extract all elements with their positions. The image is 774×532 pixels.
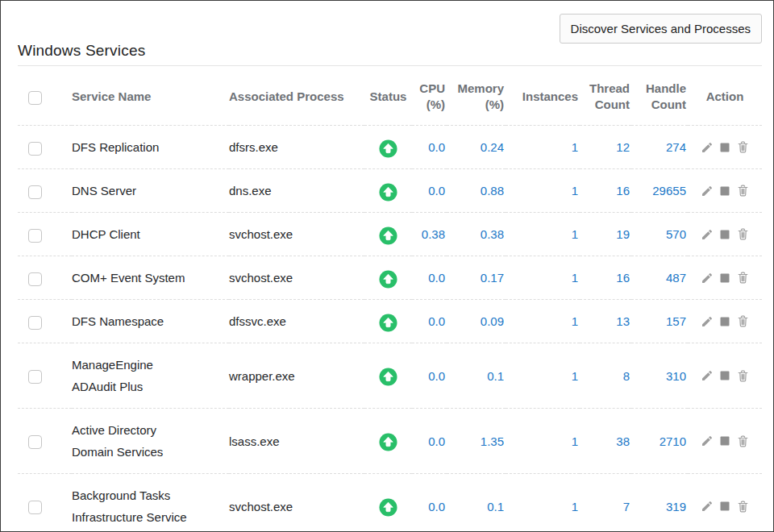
edit-pencil-icon[interactable]	[701, 500, 714, 513]
windows-services-page: Discover Services and Processes Windows …	[0, 0, 774, 532]
page-header: Discover Services and Processes Windows …	[18, 1, 762, 66]
table-row: DFS Namespace dfssvc.exe 0.0 0.09 1 13 1…	[18, 300, 762, 343]
page-title: Windows Services	[18, 42, 145, 60]
instances-value: 1	[506, 169, 580, 213]
col-header-action: Action	[688, 66, 762, 126]
row-checkbox[interactable]	[28, 316, 42, 330]
stop-square-icon[interactable]	[720, 501, 730, 511]
stop-square-icon[interactable]	[720, 371, 730, 380]
edit-pencil-icon[interactable]	[701, 185, 714, 197]
thread-count-value: 8	[580, 343, 631, 409]
table-row: DHCP Client svchost.exe 0.38 0.38 1 19 5…	[18, 213, 762, 256]
handle-count-value: 319	[631, 474, 688, 532]
cpu-value: 0.0	[412, 169, 447, 213]
associated-process: lsass.exe	[229, 409, 364, 474]
row-actions	[688, 314, 762, 328]
delete-trash-icon[interactable]	[736, 271, 750, 285]
delete-trash-icon[interactable]	[736, 369, 750, 383]
table-header: Service Name Associated Process Status C…	[18, 66, 762, 126]
associated-process: svchost.exe	[229, 474, 364, 532]
row-actions	[688, 271, 762, 285]
associated-process: dfssvc.exe	[229, 300, 364, 343]
instances-value: 1	[506, 126, 580, 169]
handle-count-value: 570	[631, 213, 688, 256]
row-actions	[688, 369, 762, 383]
instances-value: 1	[506, 343, 580, 409]
col-header-instances: Instances	[506, 66, 580, 126]
row-checkbox[interactable]	[28, 272, 42, 286]
col-header-associated-process: Associated Process	[229, 66, 364, 126]
row-checkbox[interactable]	[28, 370, 42, 384]
delete-trash-icon[interactable]	[736, 140, 750, 154]
edit-pencil-icon[interactable]	[701, 369, 714, 382]
memory-value: 0.17	[447, 256, 506, 300]
memory-value: 0.24	[447, 126, 506, 169]
edit-pencil-icon[interactable]	[701, 141, 714, 154]
thread-count-value: 16	[580, 256, 631, 300]
memory-value: 0.38	[447, 213, 506, 256]
instances-value: 1	[506, 213, 580, 256]
status-running-icon	[379, 433, 397, 451]
cpu-value: 0.0	[412, 409, 447, 474]
cpu-value: 0.0	[412, 474, 447, 532]
delete-trash-icon[interactable]	[736, 227, 750, 241]
service-name: DNS Server	[72, 169, 229, 213]
row-actions	[688, 140, 762, 154]
service-name: Background Tasks Infrastructure Service	[72, 474, 229, 532]
memory-value: 0.88	[447, 169, 506, 213]
thread-count-value: 16	[580, 169, 631, 213]
status-running-icon	[379, 314, 397, 332]
associated-process: dns.exe	[229, 169, 364, 213]
table-row: DFS Replication dfsrs.exe 0.0 0.24 1 12 …	[18, 126, 762, 169]
stop-square-icon[interactable]	[720, 230, 730, 239]
associated-process: svchost.exe	[229, 256, 364, 300]
edit-pencil-icon[interactable]	[701, 315, 714, 328]
thread-count-value: 12	[580, 126, 631, 169]
row-checkbox[interactable]	[28, 501, 42, 514]
cpu-value: 0.38	[412, 213, 447, 256]
status-running-icon	[379, 498, 397, 517]
handle-count-value: 487	[631, 256, 688, 300]
col-header-memory: Memory (%)	[447, 66, 506, 126]
associated-process: dfsrs.exe	[229, 126, 364, 169]
row-checkbox[interactable]	[28, 185, 42, 199]
associated-process: wrapper.exe	[229, 343, 364, 409]
row-checkbox[interactable]	[28, 435, 42, 449]
col-header-handle-count: Handle Count	[631, 66, 688, 126]
discover-services-button[interactable]: Discover Services and Processes	[560, 14, 762, 44]
delete-trash-icon[interactable]	[736, 434, 750, 448]
status-running-icon	[379, 270, 397, 289]
table-row: COM+ Event System svchost.exe 0.0 0.17 1…	[18, 256, 762, 300]
stop-square-icon[interactable]	[720, 317, 730, 326]
edit-pencil-icon[interactable]	[701, 434, 714, 447]
cpu-value: 0.0	[412, 256, 447, 300]
instances-value: 1	[506, 409, 580, 474]
table-row: Active Directory Domain Services lsass.e…	[18, 409, 762, 474]
stop-square-icon[interactable]	[720, 273, 730, 283]
stop-square-icon[interactable]	[720, 186, 730, 196]
stop-square-icon[interactable]	[720, 436, 730, 446]
instances-value: 1	[506, 300, 580, 343]
thread-count-value: 38	[580, 409, 631, 474]
row-checkbox[interactable]	[28, 229, 42, 243]
col-header-status: Status	[364, 66, 412, 126]
status-running-icon	[379, 183, 397, 202]
delete-trash-icon[interactable]	[736, 500, 750, 513]
memory-value: 1.35	[447, 409, 506, 474]
cpu-value: 0.0	[412, 300, 447, 343]
row-actions	[688, 227, 762, 241]
row-actions	[688, 434, 762, 448]
col-header-cpu: CPU (%)	[412, 66, 447, 126]
edit-pencil-icon[interactable]	[701, 228, 714, 241]
handle-count-value: 2710	[631, 409, 688, 474]
delete-trash-icon[interactable]	[736, 184, 750, 197]
row-checkbox[interactable]	[28, 142, 42, 156]
row-actions	[688, 184, 762, 197]
services-table: Service Name Associated Process Status C…	[18, 66, 762, 532]
edit-pencil-icon[interactable]	[701, 272, 714, 285]
select-all-checkbox[interactable]	[28, 91, 42, 105]
row-actions	[688, 500, 762, 513]
delete-trash-icon[interactable]	[736, 314, 750, 328]
thread-count-value: 7	[580, 474, 631, 532]
stop-square-icon[interactable]	[720, 143, 730, 152]
